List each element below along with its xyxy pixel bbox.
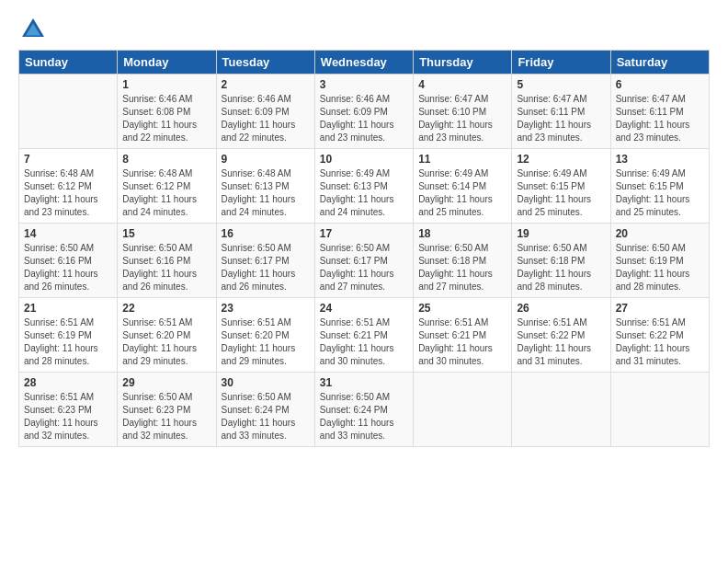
col-header-thursday: Thursday: [414, 51, 512, 75]
day-cell: 31Sunrise: 6:50 AM Sunset: 6:24 PM Dayli…: [314, 373, 413, 447]
day-cell: 23Sunrise: 6:51 AM Sunset: 6:20 PM Dayli…: [216, 298, 314, 373]
day-cell: 20Sunrise: 6:50 AM Sunset: 6:19 PM Dayli…: [610, 224, 709, 298]
day-number: 8: [122, 153, 210, 166]
col-header-sunday: Sunday: [19, 51, 118, 75]
day-number: 27: [616, 302, 704, 315]
day-cell: 11Sunrise: 6:49 AM Sunset: 6:14 PM Dayli…: [414, 149, 512, 224]
day-cell: 4Sunrise: 6:47 AM Sunset: 6:10 PM Daylig…: [414, 75, 512, 149]
day-number: 31: [320, 376, 408, 389]
week-row-4: 21Sunrise: 6:51 AM Sunset: 6:19 PM Dayli…: [19, 298, 710, 373]
col-header-wednesday: Wednesday: [314, 51, 413, 75]
header-row: SundayMondayTuesdayWednesdayThursdayFrid…: [19, 51, 710, 75]
day-cell: 12Sunrise: 6:49 AM Sunset: 6:15 PM Dayli…: [512, 149, 610, 224]
day-cell: 21Sunrise: 6:51 AM Sunset: 6:19 PM Dayli…: [19, 298, 118, 373]
day-number: 5: [517, 78, 605, 91]
day-cell: 17Sunrise: 6:50 AM Sunset: 6:17 PM Dayli…: [314, 224, 413, 298]
day-cell: 7Sunrise: 6:48 AM Sunset: 6:12 PM Daylig…: [19, 149, 118, 224]
day-cell: 3Sunrise: 6:46 AM Sunset: 6:09 PM Daylig…: [314, 75, 413, 149]
week-row-1: 1Sunrise: 6:46 AM Sunset: 6:08 PM Daylig…: [19, 75, 710, 149]
day-number: 22: [122, 302, 210, 315]
day-info: Sunrise: 6:49 AM Sunset: 6:15 PM Dayligh…: [616, 167, 704, 219]
calendar-table: SundayMondayTuesdayWednesdayThursdayFrid…: [18, 50, 710, 447]
day-info: Sunrise: 6:50 AM Sunset: 6:23 PM Dayligh…: [122, 391, 210, 442]
day-cell: 27Sunrise: 6:51 AM Sunset: 6:22 PM Dayli…: [610, 298, 709, 373]
day-cell: 24Sunrise: 6:51 AM Sunset: 6:21 PM Dayli…: [314, 298, 413, 373]
day-info: Sunrise: 6:47 AM Sunset: 6:10 PM Dayligh…: [418, 93, 506, 144]
day-info: Sunrise: 6:50 AM Sunset: 6:17 PM Dayligh…: [320, 242, 408, 293]
day-cell: 2Sunrise: 6:46 AM Sunset: 6:09 PM Daylig…: [216, 75, 314, 149]
day-cell: 14Sunrise: 6:50 AM Sunset: 6:16 PM Dayli…: [19, 224, 118, 298]
day-cell: 25Sunrise: 6:51 AM Sunset: 6:21 PM Dayli…: [414, 298, 512, 373]
day-number: 10: [320, 153, 408, 166]
day-info: Sunrise: 6:47 AM Sunset: 6:11 PM Dayligh…: [616, 93, 704, 144]
logo-icon: [18, 15, 48, 44]
day-cell: 19Sunrise: 6:50 AM Sunset: 6:18 PM Dayli…: [512, 224, 610, 298]
day-cell: 6Sunrise: 6:47 AM Sunset: 6:11 PM Daylig…: [610, 75, 709, 149]
day-number: 26: [517, 302, 605, 315]
day-info: Sunrise: 6:50 AM Sunset: 6:18 PM Dayligh…: [517, 242, 605, 293]
day-cell: [19, 75, 118, 149]
day-cell: 29Sunrise: 6:50 AM Sunset: 6:23 PM Dayli…: [118, 373, 216, 447]
day-cell: [512, 373, 610, 447]
day-number: 1: [122, 78, 210, 91]
day-cell: 15Sunrise: 6:50 AM Sunset: 6:16 PM Dayli…: [118, 224, 216, 298]
day-info: Sunrise: 6:51 AM Sunset: 6:21 PM Dayligh…: [320, 316, 408, 368]
day-cell: 26Sunrise: 6:51 AM Sunset: 6:22 PM Dayli…: [512, 298, 610, 373]
day-info: Sunrise: 6:49 AM Sunset: 6:13 PM Dayligh…: [320, 167, 408, 219]
day-number: 16: [222, 227, 310, 240]
day-cell: [610, 373, 709, 447]
day-number: 2: [222, 78, 310, 91]
day-cell: 30Sunrise: 6:50 AM Sunset: 6:24 PM Dayli…: [216, 373, 314, 447]
day-info: Sunrise: 6:46 AM Sunset: 6:09 PM Dayligh…: [320, 93, 408, 144]
day-number: 15: [122, 227, 210, 240]
page-container: SundayMondayTuesdayWednesdayThursdayFrid…: [0, 0, 728, 456]
day-cell: 1Sunrise: 6:46 AM Sunset: 6:08 PM Daylig…: [118, 75, 216, 149]
day-number: 3: [320, 78, 408, 91]
day-number: 6: [616, 78, 704, 91]
day-number: 14: [24, 227, 112, 240]
week-row-2: 7Sunrise: 6:48 AM Sunset: 6:12 PM Daylig…: [19, 149, 710, 224]
header: [18, 15, 710, 44]
day-cell: 16Sunrise: 6:50 AM Sunset: 6:17 PM Dayli…: [216, 224, 314, 298]
day-cell: 18Sunrise: 6:50 AM Sunset: 6:18 PM Dayli…: [414, 224, 512, 298]
day-info: Sunrise: 6:49 AM Sunset: 6:15 PM Dayligh…: [517, 167, 605, 219]
day-info: Sunrise: 6:50 AM Sunset: 6:16 PM Dayligh…: [24, 242, 112, 293]
day-info: Sunrise: 6:50 AM Sunset: 6:24 PM Dayligh…: [320, 391, 408, 442]
day-info: Sunrise: 6:51 AM Sunset: 6:22 PM Dayligh…: [616, 316, 704, 368]
day-info: Sunrise: 6:50 AM Sunset: 6:19 PM Dayligh…: [616, 242, 704, 293]
col-header-monday: Monday: [118, 51, 216, 75]
day-info: Sunrise: 6:51 AM Sunset: 6:19 PM Dayligh…: [24, 316, 112, 368]
day-info: Sunrise: 6:51 AM Sunset: 6:20 PM Dayligh…: [222, 316, 310, 368]
day-cell: [414, 373, 512, 447]
day-info: Sunrise: 6:48 AM Sunset: 6:12 PM Dayligh…: [24, 167, 112, 219]
day-number: 17: [320, 227, 408, 240]
col-header-friday: Friday: [512, 51, 610, 75]
day-info: Sunrise: 6:50 AM Sunset: 6:16 PM Dayligh…: [122, 242, 210, 293]
day-number: 7: [24, 153, 112, 166]
day-info: Sunrise: 6:46 AM Sunset: 6:09 PM Dayligh…: [222, 93, 310, 144]
day-number: 11: [418, 153, 506, 166]
day-info: Sunrise: 6:48 AM Sunset: 6:13 PM Dayligh…: [222, 167, 310, 219]
day-info: Sunrise: 6:51 AM Sunset: 6:21 PM Dayligh…: [418, 316, 506, 368]
day-info: Sunrise: 6:49 AM Sunset: 6:14 PM Dayligh…: [418, 167, 506, 219]
day-info: Sunrise: 6:51 AM Sunset: 6:22 PM Dayligh…: [517, 316, 605, 368]
day-info: Sunrise: 6:50 AM Sunset: 6:17 PM Dayligh…: [222, 242, 310, 293]
day-number: 23: [222, 302, 310, 315]
day-cell: 28Sunrise: 6:51 AM Sunset: 6:23 PM Dayli…: [19, 373, 118, 447]
day-cell: 8Sunrise: 6:48 AM Sunset: 6:12 PM Daylig…: [118, 149, 216, 224]
day-info: Sunrise: 6:48 AM Sunset: 6:12 PM Dayligh…: [122, 167, 210, 219]
day-number: 21: [24, 302, 112, 315]
day-number: 20: [616, 227, 704, 240]
day-number: 30: [222, 376, 310, 389]
day-number: 29: [122, 376, 210, 389]
day-number: 12: [517, 153, 605, 166]
day-number: 19: [517, 227, 605, 240]
col-header-saturday: Saturday: [610, 51, 709, 75]
day-number: 9: [222, 153, 310, 166]
day-cell: 9Sunrise: 6:48 AM Sunset: 6:13 PM Daylig…: [216, 149, 314, 224]
day-cell: 10Sunrise: 6:49 AM Sunset: 6:13 PM Dayli…: [314, 149, 413, 224]
day-info: Sunrise: 6:50 AM Sunset: 6:18 PM Dayligh…: [418, 242, 506, 293]
week-row-5: 28Sunrise: 6:51 AM Sunset: 6:23 PM Dayli…: [19, 373, 710, 447]
day-number: 13: [616, 153, 704, 166]
day-info: Sunrise: 6:50 AM Sunset: 6:24 PM Dayligh…: [222, 391, 310, 442]
